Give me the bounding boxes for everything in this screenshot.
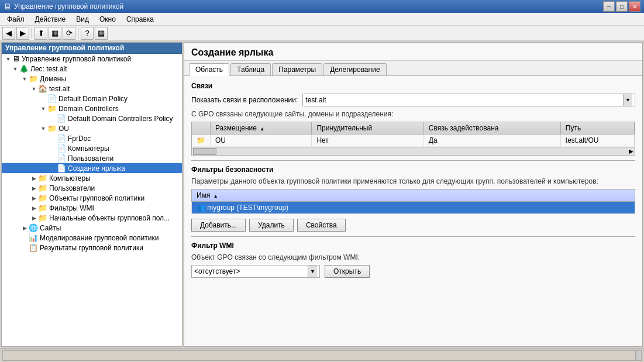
col-name-header[interactable]: Имя ▲: [192, 189, 635, 202]
tree-item-computers2[interactable]: ▶ 📁 Компьютеры: [2, 173, 182, 183]
icon-computers-ou: 📄: [57, 144, 66, 153]
icon-users2: 📁: [38, 184, 47, 192]
label-modeling: Моделирование групповой политики: [40, 234, 159, 242]
expander-testalt[interactable]: ▼: [30, 85, 38, 93]
links-section-title: Связи: [191, 82, 635, 90]
label-dc: Domain Controllers: [58, 105, 119, 113]
expander-domains[interactable]: ▼: [20, 75, 29, 83]
up-button[interactable]: ⬆: [35, 27, 47, 40]
col-enabled-header[interactable]: Связь задействована: [423, 122, 560, 135]
tree-item-fprdoc[interactable]: 📄 FprDoc: [2, 133, 182, 143]
menu-action[interactable]: Действие: [30, 14, 71, 25]
show-links-row: Показать связи в расположении: test.alt …: [191, 94, 635, 106]
label-ou: OU: [58, 125, 69, 133]
tab-delegation[interactable]: Делегирование: [323, 63, 386, 75]
col-placement-header[interactable]: Размещение ▲: [211, 122, 312, 135]
icon-ou: 📁: [47, 124, 57, 133]
expander-users-ou: [49, 154, 57, 163]
minimize-button[interactable]: ─: [603, 1, 615, 12]
tab-scope[interactable]: Область: [189, 63, 229, 76]
show-links-combo[interactable]: test.alt ▼: [302, 94, 635, 106]
tab-table[interactable]: Таблица: [230, 63, 271, 75]
props-button[interactable]: Свойства: [297, 219, 346, 232]
tree-item-domains[interactable]: ▼ 📁 Домены: [2, 74, 182, 84]
tree-panel: Управление групповой политикой ▼ 🖥 Управ…: [1, 42, 182, 347]
filter-table-row[interactable]: 👥 mygroup (TEST\mygroup): [192, 202, 635, 214]
icon-root: 🖥: [12, 54, 20, 63]
label-users2: Пользователи: [49, 184, 95, 192]
tree-item-root[interactable]: ▼ 🖥 Управление групповой политикой: [2, 54, 182, 64]
menu-window[interactable]: Окно: [95, 14, 120, 25]
tree-item-ddp[interactable]: 📄 Default Domain Policy: [2, 94, 182, 104]
back-button[interactable]: ◀: [2, 27, 15, 40]
tree-item-results[interactable]: 📋 Результаты групповой политики: [2, 243, 182, 253]
expander-forest[interactable]: ▼: [11, 65, 19, 73]
tree-item-sites[interactable]: ▶ 🌐 Сайты: [2, 223, 182, 233]
close-button[interactable]: ✕: [629, 1, 640, 12]
links-scrollbar-thumb[interactable]: [193, 148, 216, 155]
expander-fprdoc: [49, 135, 57, 143]
tree-item-ddcp[interactable]: 📄 Default Domain Controllers Policy: [2, 113, 182, 123]
links-table-container: Размещение ▲ Принудительный Связь задейс…: [191, 122, 635, 156]
expander-gpos[interactable]: ▶: [30, 194, 38, 202]
tree-item-computers-ou[interactable]: 📄 Компьютеры: [2, 143, 182, 153]
tree-item-users-ou[interactable]: 📄 Пользователи: [2, 153, 182, 163]
wmi-combo[interactable]: <отсутствует> ▼: [191, 265, 320, 278]
col-forced-header[interactable]: Принудительный: [312, 122, 423, 135]
menu-help[interactable]: Справка: [122, 14, 159, 25]
status-bar: [0, 348, 644, 362]
tree-item-dc[interactable]: ▼ 📁 Domain Controllers: [2, 104, 182, 113]
tree-item-testalt[interactable]: ▼ 🏠 test.alt: [2, 84, 182, 94]
icon-dc: 📁: [47, 104, 57, 113]
wmi-row: <отсутствует> ▼ Открыть: [191, 265, 635, 278]
icon-testalt: 🏠: [38, 84, 47, 93]
wmi-combo-arrow[interactable]: ▼: [308, 266, 317, 277]
expander-computers2[interactable]: ▶: [30, 174, 38, 182]
forward-button[interactable]: ▶: [16, 27, 29, 40]
expander-computers-ou: [49, 144, 57, 153]
status-scroll[interactable]: [636, 350, 642, 361]
expander-wmi[interactable]: ▶: [30, 204, 38, 212]
gpo-links-label: С GPO связаны следующие сайты, домены и …: [191, 110, 635, 118]
table-row[interactable]: 📁 OU Нет Да test.alt/OU: [192, 135, 635, 147]
app-icon: 🖥: [4, 2, 12, 11]
group-icon: 👥: [197, 204, 207, 212]
menu-file[interactable]: Файл: [2, 14, 29, 25]
expander-root[interactable]: ▼: [4, 55, 12, 63]
expander-dc[interactable]: ▼: [39, 105, 47, 113]
add-button[interactable]: Добавить...: [191, 219, 246, 232]
show-links-combo-arrow[interactable]: ▼: [623, 94, 632, 106]
window-title: Управление групповой политикой: [14, 2, 601, 11]
tree-item-modeling[interactable]: 📊 Моделирование групповой политики: [2, 233, 182, 243]
menu-view[interactable]: Вид: [71, 14, 94, 25]
restore-button[interactable]: □: [616, 1, 628, 12]
tree-item-wmi[interactable]: ▶ 📁 Фильтры WMI: [2, 203, 182, 213]
security-desc: Параметры данного объекта групповой поли…: [191, 177, 635, 185]
expander-ou[interactable]: ▼: [39, 125, 47, 133]
expander-sites[interactable]: ▶: [20, 224, 29, 232]
remove-button[interactable]: Удалить: [249, 219, 294, 232]
tab-params[interactable]: Параметры: [272, 63, 322, 75]
icon-wmi: 📁: [38, 204, 47, 212]
expander-users2[interactable]: ▶: [30, 184, 38, 192]
refresh-button[interactable]: ⟳: [63, 27, 75, 40]
label-ddp: Default Domain Policy: [58, 95, 128, 103]
tree-item-forest[interactable]: ▼ 🌲 Лес: test.alt: [2, 64, 182, 74]
wmi-open-button[interactable]: Открыть: [325, 265, 370, 278]
tree-item-starters[interactable]: ▶ 📁 Начальные объекты групповой пол...: [2, 213, 182, 223]
view-button[interactable]: ▦: [49, 27, 61, 40]
tree-item-shortcut[interactable]: 📄 Создание ярлыка: [2, 163, 182, 173]
expander-starters[interactable]: ▶: [30, 214, 38, 222]
tree-item-gpos[interactable]: ▶ 📁 Объекты групповой политики: [2, 193, 182, 203]
security-table: Имя ▲ 👥 mygroup (TEST\mygroup): [191, 189, 635, 214]
tree-item-ou[interactable]: ▼ 📁 OU: [2, 123, 182, 133]
row-forced: Нет: [312, 135, 423, 147]
links-h-scrollbar[interactable]: ▶: [192, 147, 635, 155]
col-path-header[interactable]: Путь: [560, 122, 634, 135]
scrollbar-right-arrow[interactable]: ▶: [629, 148, 633, 154]
tree-item-users2[interactable]: ▶ 📁 Пользователи: [2, 183, 182, 193]
row-placement: OU: [211, 135, 312, 147]
props-button[interactable]: ▦: [95, 27, 108, 40]
help-button[interactable]: ?: [81, 27, 94, 40]
filter-row-name: 👥 mygroup (TEST\mygroup): [192, 202, 635, 214]
